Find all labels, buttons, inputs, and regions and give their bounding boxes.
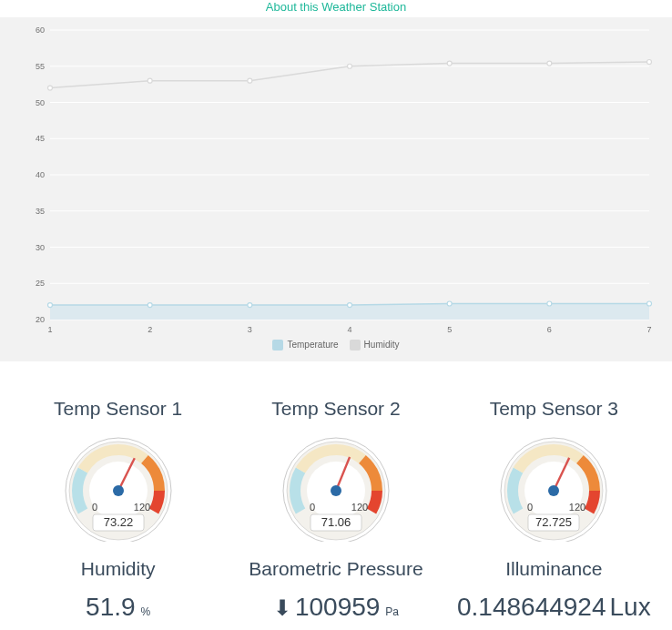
svg-point-25 bbox=[48, 303, 53, 308]
trend-chart: 2025303540455055601234567 Temperature Hu… bbox=[0, 17, 672, 361]
svg-text:120: 120 bbox=[569, 502, 585, 513]
temp-sensor-1: Temp Sensor 1 012073.22 Humidity 51.9% bbox=[9, 398, 227, 622]
down-arrow-icon: ⬇︎ bbox=[273, 595, 291, 621]
svg-point-28 bbox=[348, 303, 352, 308]
svg-text:55: 55 bbox=[36, 62, 45, 71]
svg-point-34 bbox=[248, 78, 252, 83]
svg-text:5: 5 bbox=[447, 325, 452, 334]
svg-text:60: 60 bbox=[36, 25, 45, 35]
chart-legend: Temperature Humidity bbox=[0, 340, 672, 351]
about-link[interactable]: About this Weather Station bbox=[0, 0, 672, 17]
svg-point-54 bbox=[331, 485, 341, 496]
svg-text:0: 0 bbox=[92, 502, 97, 513]
svg-text:6: 6 bbox=[547, 325, 552, 334]
legend-temperature: Temperature bbox=[272, 340, 338, 351]
svg-point-63 bbox=[548, 485, 559, 496]
svg-point-33 bbox=[148, 78, 152, 83]
gauge-3: 012072.725 bbox=[499, 432, 608, 542]
svg-text:20: 20 bbox=[36, 315, 45, 324]
gauge-1: 012073.22 bbox=[64, 432, 173, 542]
gauge-2: 012071.06 bbox=[281, 432, 391, 542]
legend-humidity: Humidity bbox=[350, 340, 400, 351]
svg-text:2: 2 bbox=[148, 325, 152, 334]
svg-text:72.725: 72.725 bbox=[535, 515, 572, 529]
svg-point-45 bbox=[113, 485, 124, 496]
svg-point-38 bbox=[647, 59, 652, 64]
svg-point-35 bbox=[348, 64, 352, 68]
sensor-title: Temp Sensor 1 bbox=[9, 398, 227, 420]
svg-text:35: 35 bbox=[36, 207, 45, 216]
svg-text:73.22: 73.22 bbox=[103, 515, 133, 529]
pressure-readout: ⬇︎ 100959Pa bbox=[227, 593, 444, 622]
illuminance-readout: 0.148644924 Lux bbox=[445, 593, 663, 622]
svg-text:45: 45 bbox=[36, 134, 45, 143]
svg-point-29 bbox=[447, 301, 452, 306]
svg-point-37 bbox=[547, 61, 552, 66]
svg-text:30: 30 bbox=[36, 243, 45, 252]
svg-text:50: 50 bbox=[36, 98, 45, 107]
sensor-title: Temp Sensor 2 bbox=[227, 398, 444, 420]
svg-text:4: 4 bbox=[347, 325, 351, 334]
svg-text:120: 120 bbox=[351, 502, 368, 513]
svg-point-32 bbox=[48, 86, 53, 90]
svg-point-31 bbox=[647, 301, 652, 306]
svg-text:3: 3 bbox=[248, 325, 252, 334]
sensor-title: Temp Sensor 3 bbox=[445, 398, 663, 420]
svg-text:120: 120 bbox=[133, 502, 149, 513]
svg-point-30 bbox=[547, 301, 552, 306]
svg-text:40: 40 bbox=[36, 170, 45, 179]
svg-point-26 bbox=[148, 303, 152, 308]
svg-text:71.06: 71.06 bbox=[321, 515, 351, 529]
svg-text:0: 0 bbox=[527, 502, 533, 513]
svg-text:1: 1 bbox=[47, 325, 52, 334]
temp-sensor-3: Temp Sensor 3 012072.725 Illuminance 0.1… bbox=[445, 398, 663, 622]
temp-sensor-2: Temp Sensor 2 012071.06 Barometric Press… bbox=[227, 398, 444, 622]
line-chart-svg: 2025303540455055601234567 bbox=[17, 25, 655, 334]
svg-text:7: 7 bbox=[647, 325, 651, 334]
readout-title: Humidity bbox=[9, 558, 227, 580]
sensor-row: Temp Sensor 1 012073.22 Humidity 51.9% T… bbox=[0, 398, 672, 622]
svg-text:0: 0 bbox=[310, 502, 315, 513]
readout-title: Barometric Pressure bbox=[227, 558, 444, 580]
readout-title: Illuminance bbox=[445, 558, 663, 580]
svg-point-36 bbox=[447, 61, 452, 66]
humidity-readout: 51.9% bbox=[9, 593, 227, 622]
svg-text:25: 25 bbox=[36, 279, 45, 288]
svg-point-27 bbox=[248, 303, 252, 308]
